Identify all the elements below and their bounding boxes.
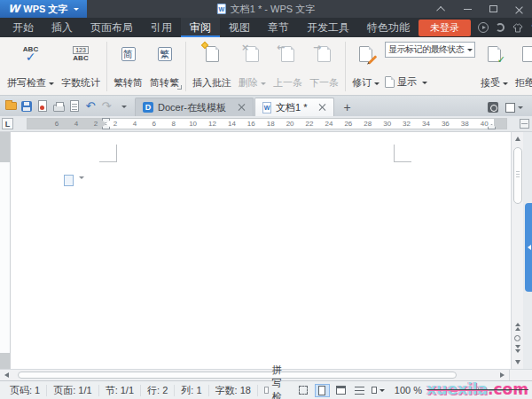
- spell-check-toggle[interactable]: 拼写检查: [258, 385, 296, 396]
- vertical-scrollbar-thumb[interactable]: [513, 147, 522, 204]
- export-pdf-button[interactable]: [35, 98, 50, 115]
- tab-list-button[interactable]: [505, 103, 523, 113]
- login-button[interactable]: 未登录: [419, 20, 471, 36]
- scroll-down-button[interactable]: [512, 356, 524, 369]
- minimize-icon: [464, 9, 472, 10]
- tab-developer[interactable]: 开发工具: [298, 18, 358, 37]
- vertical-ruler[interactable]: [0, 132, 11, 369]
- arrow-down-icon: [515, 360, 520, 367]
- zoom-slider[interactable]: [443, 390, 511, 391]
- status-field[interactable]: 页码: 1: [4, 385, 47, 396]
- previous-page-button[interactable]: [512, 319, 524, 332]
- word-count-button[interactable]: 123ABC 字数统计: [58, 40, 104, 93]
- minimize-button[interactable]: [455, 0, 481, 18]
- skin-icon[interactable]: [512, 23, 524, 33]
- status-field[interactable]: 节: 1/1: [99, 385, 141, 396]
- markup-state-dropdown[interactable]: 显示标记的最终状态: [385, 42, 475, 58]
- zoom-in-button[interactable]: +: [514, 384, 525, 396]
- track-changes-button[interactable]: 修订: [348, 40, 383, 93]
- reject-change-icon: [522, 46, 532, 62]
- ruler-number: 6: [47, 119, 66, 129]
- tab-section[interactable]: 章节: [259, 18, 298, 37]
- tab-special-features[interactable]: 特色功能: [358, 18, 419, 37]
- accept-change-button[interactable]: 接受: [477, 40, 512, 93]
- tab-label: 文档1 *: [276, 101, 307, 114]
- chevron-down-icon: [121, 106, 127, 111]
- page-view-button[interactable]: [315, 384, 330, 397]
- app-menu-button[interactable]: W WPS 文字: [0, 0, 87, 18]
- chevron-down-icon: [49, 82, 54, 88]
- tab-page-layout[interactable]: 页面布局: [82, 18, 142, 37]
- tab-review[interactable]: 审阅: [181, 18, 220, 37]
- status-field[interactable]: 列: 1: [175, 385, 208, 396]
- redo-icon: [102, 100, 112, 112]
- play-icon[interactable]: [478, 22, 489, 33]
- status-field[interactable]: 页面: 1/1: [47, 385, 98, 396]
- collapse-ribbon-button[interactable]: [429, 0, 455, 18]
- checkbox-icon[interactable]: [264, 387, 269, 394]
- show-markup-button[interactable]: 显示: [385, 75, 475, 89]
- redo-button: [99, 98, 113, 115]
- document-area: [0, 132, 532, 369]
- close-icon: [515, 5, 523, 13]
- fullscreen-view-button[interactable]: [296, 384, 311, 397]
- titlebar: W WPS 文字 W 文档1 * - WPS 文字: [0, 0, 532, 18]
- tab-home[interactable]: 开始: [4, 18, 43, 37]
- undo-button[interactable]: [83, 98, 98, 115]
- smart-tag-button[interactable]: [64, 175, 84, 186]
- zoom-out-button[interactable]: −: [429, 384, 440, 396]
- scroll-up-button[interactable]: [512, 132, 524, 145]
- print-preview-button[interactable]: [67, 98, 82, 115]
- ruler-strip[interactable]: 642 246810121416182022242628303234363840: [27, 118, 507, 129]
- tab-docer-templates[interactable]: D Docer-在线模板: [135, 98, 254, 116]
- close-button[interactable]: [506, 0, 532, 18]
- close-tab-icon[interactable]: [319, 104, 326, 111]
- vertical-ruler-body: [0, 162, 10, 353]
- qat-customize-button[interactable]: [115, 98, 129, 115]
- select-browse-object-button[interactable]: [512, 332, 524, 344]
- outline-view-button[interactable]: [352, 384, 367, 397]
- vertical-scrollbar[interactable]: [511, 132, 523, 369]
- zoom-level[interactable]: 100 %: [395, 385, 422, 395]
- save-button[interactable]: [20, 98, 34, 115]
- quick-access-toolbar: [2, 96, 135, 116]
- undo-icon: [86, 100, 96, 112]
- tab-document1[interactable]: W 文档1 *: [254, 98, 334, 116]
- zoom-slider-thumb[interactable]: [474, 387, 479, 395]
- insert-comment-button[interactable]: 插入批注: [189, 40, 235, 93]
- side-panel-handle[interactable]: [525, 203, 532, 292]
- tab-view[interactable]: 视图: [220, 18, 259, 37]
- web-view-button[interactable]: [333, 384, 348, 397]
- scroll-right-button[interactable]: [497, 369, 509, 381]
- status-field[interactable]: 行: 2: [141, 385, 175, 396]
- traditional-to-simplified-button[interactable]: 简 繁转简: [110, 40, 146, 93]
- document-tab-bar: D Docer-在线模板 W 文档1 * +: [0, 96, 532, 116]
- maximize-button[interactable]: [481, 0, 506, 18]
- close-tab-icon[interactable]: [239, 104, 246, 111]
- spell-check-icon: ABC: [23, 46, 38, 63]
- open-button[interactable]: [4, 98, 18, 115]
- chevron-left-icon: [525, 245, 531, 250]
- recent-documents-icon[interactable]: [488, 102, 498, 113]
- reject-change-button[interactable]: 拒绝: [512, 40, 532, 93]
- print-button[interactable]: [51, 98, 66, 115]
- horizontal-scrollbar-thumb[interactable]: [18, 372, 457, 379]
- horizontal-scrollbar[interactable]: [0, 369, 532, 380]
- tab-stop-selector[interactable]: L: [2, 118, 13, 129]
- arrow-left-icon: [277, 43, 285, 52]
- spell-check-button[interactable]: ABC 拼写检查: [4, 40, 58, 93]
- status-fields: 页码: 1页面: 1/1节: 1/1行: 2列: 1字数: 18: [0, 381, 258, 399]
- scroll-left-button[interactable]: [0, 369, 12, 381]
- next-page-button[interactable]: [512, 344, 524, 356]
- ruler-toggle-icon[interactable]: [520, 119, 529, 129]
- refresh-icon[interactable]: [496, 23, 505, 32]
- tab-references[interactable]: 引用: [142, 18, 181, 37]
- status-field[interactable]: 字数: 18: [209, 385, 258, 396]
- dialog-launcher-icon[interactable]: [177, 85, 182, 90]
- document-page[interactable]: [11, 132, 511, 369]
- delete-comment-button: 删除: [235, 40, 270, 93]
- new-tab-button[interactable]: +: [335, 98, 358, 116]
- read-mode-button[interactable]: [371, 384, 386, 397]
- check-icon: [497, 55, 505, 65]
- tab-insert[interactable]: 插入: [43, 18, 82, 37]
